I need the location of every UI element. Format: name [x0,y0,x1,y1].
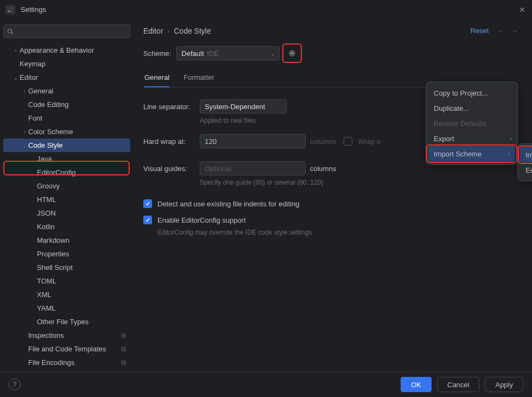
tree-item-groovy[interactable]: Groovy [3,179,130,193]
chevron-right-icon: › [21,129,28,135]
highlight-box [282,43,302,63]
project-scope-icon: ⊟ [121,332,126,339]
tree-item-editor[interactable]: ⌄Editor [3,71,130,84]
tree-item-label: Code Editing [28,100,68,109]
help-button[interactable]: ? [9,379,21,390]
chevron-down-icon: ⌄ [270,51,275,56]
tree-item-label: File Encodings [28,358,74,367]
scheme-hint: IDE [207,49,219,58]
tree-item-label: File and Code Templates [28,345,106,353]
tab-general[interactable]: General [144,73,169,87]
search-input[interactable] [16,27,126,35]
app-logo-icon [5,5,15,15]
tree-item-label: XML [37,291,52,299]
svg-rect-0 [7,7,14,13]
tree-item-code-editing[interactable]: Code Editing [3,98,130,111]
nav-arrows: ← → [495,27,520,35]
apply-button[interactable]: Apply [485,377,523,392]
hard-wrap-label: Hard wrap at: [143,137,200,146]
scheme-menu-restore-defaults: Restore Defaults [426,116,517,131]
scheme-gear-button[interactable] [285,46,299,60]
line-separator-label: Line separator: [143,103,200,111]
tree-item-properties[interactable]: Properties [3,247,130,261]
cancel-button[interactable]: Cancel [437,377,479,392]
visual-guides-input[interactable] [200,161,306,175]
back-arrow-icon[interactable]: ← [497,27,504,35]
menu-item-label: Restore Defaults [434,119,486,128]
scheme-menu-copy-to-project-[interactable]: Copy to Project... [426,85,517,100]
tree-item-json[interactable]: JSON [3,206,130,220]
menu-item-label: Import Scheme [434,150,482,158]
editorconfig-label: Enable EditorConfig support [157,216,246,224]
tree-item-code-style[interactable]: ⌄Code Style [3,138,130,152]
visual-guides-label: Visual guides: [143,165,200,173]
tree-item-label: TOML [37,277,56,285]
settings-sidebar: ›Appearance & BehaviorKeymap⌄Editor›Gene… [0,19,134,371]
scheme-label: Scheme: [143,49,171,58]
scheme-menu-duplicate-[interactable]: Duplicate... [426,100,517,116]
tree-item-label: JSON [37,209,56,217]
tree-item-label: Color Scheme [28,128,73,136]
tree-item-label: Kotlin [37,223,55,231]
tree-item-label: Inspections [28,331,64,339]
wrap-on-typing-checkbox[interactable] [344,137,352,146]
editorconfig-checkbox[interactable]: ✓ [143,216,152,224]
detect-indents-checkbox[interactable]: ✓ [143,199,152,208]
search-input-wrapper[interactable] [3,24,130,38]
chevron-right-icon: › [168,28,170,34]
import-menu-intellij-idea-code-style-xml[interactable]: IntelliJ IDEA code style XML [520,147,532,162]
chevron-right-icon: › [508,151,510,157]
close-icon[interactable]: ✕ [519,5,525,14]
tree-item-label: General [28,87,53,95]
editorconfig-hint: EditorConfig may override the IDE code s… [157,229,520,236]
visual-guides-hint: Specify one guide (80) or several (80, 1… [200,179,520,186]
chevron-down-icon: ⌄ [21,143,28,148]
chevron-right-icon: › [21,89,28,94]
tree-item-general[interactable]: ›General [3,84,130,98]
tree-item-label: Java [37,155,52,163]
line-separator-value: System-Dependent [205,103,265,111]
ok-button[interactable]: OK [401,377,432,392]
tree-item-label: Appearance & Behavior [20,46,94,54]
import-menu-eclipse-xml-profile[interactable]: Eclipse XML Profile [518,162,532,178]
tree-item-color-scheme[interactable]: ›Color Scheme [3,125,130,138]
svg-line-3 [11,33,13,34]
dialog-footer: ? OK Cancel Apply [0,371,532,397]
reset-link[interactable]: Reset [470,27,489,35]
tree-item-font[interactable]: Font [3,111,130,125]
forward-arrow-icon[interactable]: → [511,27,518,35]
tree-item-label: HTML [37,196,56,204]
tree-item-label: Code Style [28,141,63,149]
tree-item-appearance-behavior[interactable]: ›Appearance & Behavior [3,43,130,57]
tab-formatter[interactable]: Formatter [183,73,214,87]
scheme-menu-export[interactable]: Export› [426,131,517,146]
tree-item-label: EditorConfig [37,168,76,177]
menu-item-label: Copy to Project... [434,89,488,97]
tree-item-kotlin[interactable]: Kotlin [3,220,130,234]
tree-item-file-encodings[interactable]: File Encodings⊟ [3,356,130,369]
tree-item-shell-script[interactable]: Shell Script [3,261,130,274]
window-title: Settings [21,5,46,14]
tree-item-file-and-code-templates[interactable]: File and Code Templates⊟ [3,342,130,356]
tree-item-html[interactable]: HTML [3,193,130,206]
tree-item-label: YAML [37,304,55,312]
tree-item-label: Groovy [37,182,60,190]
tree-item-editorconfig[interactable]: EditorConfig [3,166,130,179]
tree-item-yaml[interactable]: YAML [3,301,130,315]
tree-item-keymap[interactable]: Keymap [3,57,130,71]
tree-item-inspections[interactable]: Inspections⊟ [3,329,130,342]
tree-item-label: Shell Script [37,263,73,272]
tree-item-toml[interactable]: TOML [3,274,130,288]
tree-item-java[interactable]: Java [3,152,130,166]
scheme-dropdown[interactable]: Default IDE ⌄ [176,46,280,60]
tree-item-markdown[interactable]: Markdown [3,234,130,247]
chevron-right-icon: › [12,48,20,53]
tree-item-xml[interactable]: XML [3,288,130,301]
hard-wrap-input[interactable] [200,134,306,148]
breadcrumb-editor[interactable]: Editor [143,27,163,35]
tree-item-other-file-types[interactable]: Other File Types [3,315,130,329]
scheme-menu-import-scheme[interactable]: Import Scheme› [428,146,515,161]
search-icon [7,28,14,35]
line-separator-dropdown[interactable]: System-Dependent [200,99,287,114]
svg-rect-1 [8,11,10,12]
